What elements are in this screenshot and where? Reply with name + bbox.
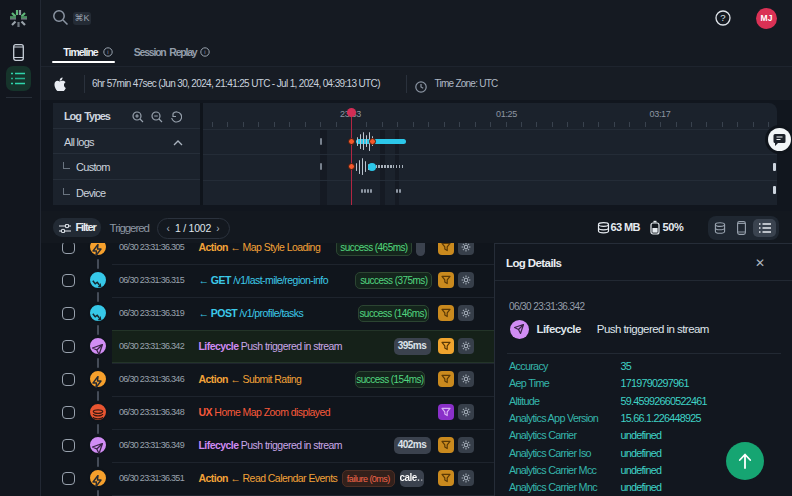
svg-text:i: i <box>204 49 205 55</box>
svg-text:?: ? <box>720 12 725 23</box>
svg-text:i: i <box>107 49 108 55</box>
